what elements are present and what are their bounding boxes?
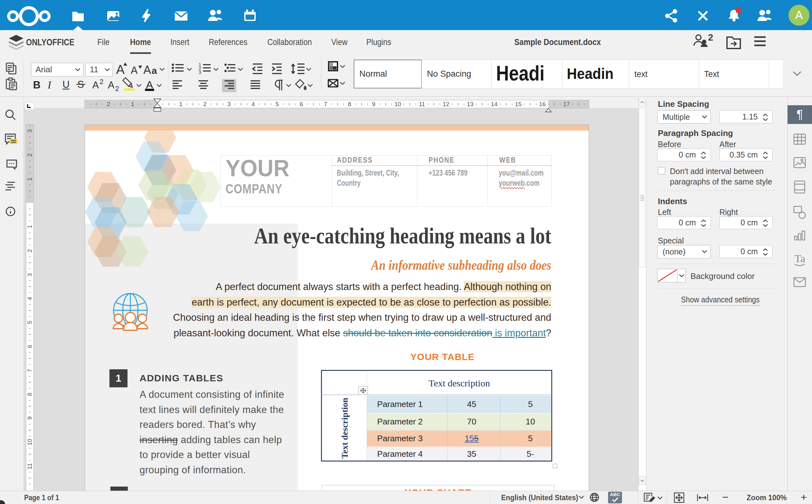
svg-text:8: 8 bbox=[26, 393, 33, 396]
svg-text:2: 2 bbox=[107, 101, 110, 107]
svg-text:3: 3 bbox=[227, 101, 231, 107]
svg-text:9: 9 bbox=[372, 101, 375, 107]
svg-text:3: 3 bbox=[26, 273, 33, 277]
svg-text:3: 3 bbox=[26, 129, 33, 133]
svg-text:4: 4 bbox=[26, 297, 33, 300]
svg-text:1: 1 bbox=[179, 101, 183, 107]
svg-text:14: 14 bbox=[491, 101, 498, 107]
svg-text:5: 5 bbox=[26, 321, 33, 324]
svg-text:2: 2 bbox=[26, 153, 33, 157]
svg-text:1: 1 bbox=[131, 101, 134, 107]
svg-text:10: 10 bbox=[26, 439, 33, 445]
svg-text:4: 4 bbox=[251, 101, 255, 107]
svg-text:13: 13 bbox=[467, 101, 473, 107]
svg-text:2: 2 bbox=[203, 101, 207, 107]
svg-text:2: 2 bbox=[26, 249, 33, 253]
svg-text:7: 7 bbox=[324, 101, 327, 107]
svg-text:11: 11 bbox=[26, 463, 33, 469]
svg-text:10: 10 bbox=[394, 101, 401, 107]
svg-text:11: 11 bbox=[419, 101, 425, 107]
svg-text:5: 5 bbox=[276, 101, 279, 107]
svg-text:17: 17 bbox=[563, 101, 570, 107]
svg-text:1: 1 bbox=[26, 178, 33, 181]
svg-text:9: 9 bbox=[26, 417, 33, 420]
svg-text:1: 1 bbox=[26, 225, 33, 229]
svg-text:12: 12 bbox=[443, 101, 449, 107]
svg-text:6: 6 bbox=[300, 101, 303, 107]
svg-text:6: 6 bbox=[26, 345, 33, 348]
svg-text:16: 16 bbox=[539, 101, 546, 107]
svg-text:8: 8 bbox=[348, 101, 351, 107]
svg-text:7: 7 bbox=[26, 369, 33, 372]
svg-text:15: 15 bbox=[515, 101, 522, 107]
